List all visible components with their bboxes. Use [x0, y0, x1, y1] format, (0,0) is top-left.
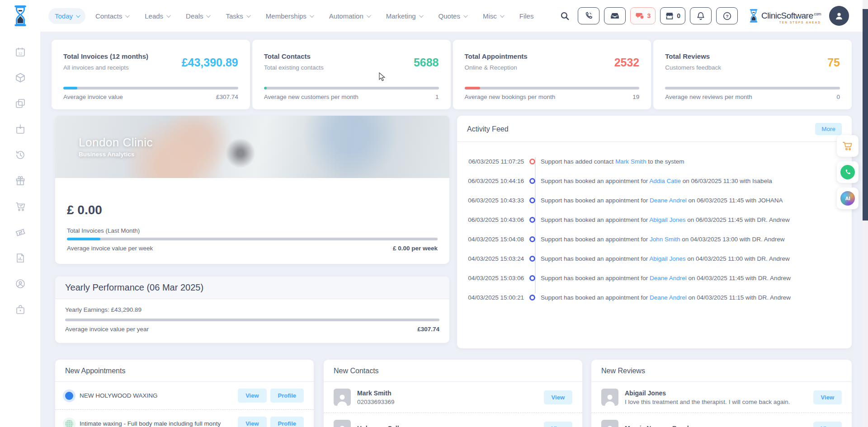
clinic-name: London Clinic [79, 136, 153, 150]
review-text: I love this treatment and the therapist.… [625, 399, 790, 405]
nav-label: Marketing [386, 12, 416, 20]
chevron-down-icon [246, 13, 251, 18]
contact-link[interactable]: Deane Andrel [650, 275, 687, 282]
view-button[interactable]: View [813, 422, 842, 427]
nav-item-leads[interactable]: Leads [138, 8, 176, 24]
contact-name: Unknown Caller [357, 425, 405, 427]
nav-item-memberships[interactable]: Memberships [259, 8, 319, 24]
contact-link[interactable]: Addia Catie [649, 178, 681, 184]
progress-bar [465, 87, 640, 89]
stat-card-total-invoices: Total Invoices (12 months) All invoices … [52, 40, 250, 109]
help-button[interactable]: ? [716, 7, 738, 24]
appointment-row: Intimate waxing - Full body male includi… [55, 409, 314, 427]
feed-timestamp: 04/03/2025 15:03:24 [457, 255, 524, 262]
left-sidebar: 12 [0, 32, 40, 427]
chat-notifications-button[interactable]: 3 [630, 7, 656, 24]
new-appointments-title: New Appointments [55, 360, 314, 382]
chat-bubbles-icon [635, 12, 644, 20]
contact-link[interactable]: Abigail Jones [649, 216, 685, 223]
phone-calls-button[interactable] [578, 7, 599, 24]
appointment-row: NEW HOLYWOOD WAXING View Profile [55, 382, 314, 409]
appointment-dot-icon [65, 392, 73, 400]
nav-item-marketing[interactable]: Marketing [380, 8, 429, 24]
cart-icon[interactable] [14, 201, 26, 212]
inbox-icon [610, 12, 619, 20]
feed-timestamp: 06/03/2025 10:43:33 [457, 197, 524, 204]
stat-footer-value: 19 [632, 94, 639, 100]
nav-item-misc[interactable]: Misc [476, 8, 509, 24]
top-navigation-bar: Today Contacts Leads Deals Tasks Members… [0, 0, 863, 32]
nav-item-today[interactable]: Today [48, 8, 85, 24]
feed-text: Support has booked an appointment for De… [541, 197, 783, 204]
view-button[interactable]: View [544, 422, 572, 427]
nav-label: Tasks [226, 12, 243, 20]
reviewer-avatar [601, 389, 618, 406]
brand-tld: .com [813, 11, 821, 16]
contact-link[interactable]: Mark Smith [615, 158, 646, 165]
progress-bar [65, 319, 439, 321]
timeline-ring-icon [529, 178, 535, 184]
chevron-down-icon [125, 13, 130, 18]
clinicsoftware-brand[interactable]: ClinicSoftware.com TEN STEPS AHEAD [749, 8, 821, 24]
nav-item-contacts[interactable]: Contacts [89, 8, 135, 24]
store-button[interactable]: 0 [660, 7, 685, 24]
report-icon[interactable] [14, 252, 26, 264]
nav-item-tasks[interactable]: Tasks [219, 8, 255, 24]
review-row: Marcia Navarro Brooks View [591, 413, 852, 427]
contact-link[interactable]: Abigail Jones [649, 255, 685, 262]
nav-item-automation[interactable]: Automation [323, 8, 376, 24]
notifications-button[interactable] [690, 7, 712, 24]
floating-whatsapp-button[interactable] [837, 161, 859, 183]
stat-card-total-reviews: Total Reviews Customers feedback 75 Aver… [653, 40, 852, 109]
view-button[interactable]: View [813, 390, 842, 404]
contact-link[interactable]: Deane Andrel [650, 294, 687, 301]
case-lock-icon[interactable] [14, 304, 26, 315]
activity-feed-card: Activity Feed More 06/03/2025 11:07:25 S… [457, 116, 852, 348]
nav-item-files[interactable]: Files [513, 8, 540, 24]
reviewer-name: Marcia Navarro Brooks [625, 425, 694, 427]
stat-subtitle: All invoices and receipts [63, 64, 148, 71]
profile-button[interactable]: Profile [270, 389, 304, 403]
timeline-ring-icon [529, 217, 535, 223]
chat-badge-count: 3 [647, 12, 651, 19]
user-avatar[interactable] [829, 6, 849, 26]
chevron-down-icon [310, 13, 314, 18]
floating-cart-button[interactable] [837, 135, 859, 157]
scrollbar-track[interactable] [863, 0, 868, 427]
history-icon[interactable] [14, 149, 26, 161]
stat-value: 5688 [414, 56, 439, 71]
avg-year-value: £307.74 [417, 326, 439, 333]
nav-item-deals[interactable]: Deals [179, 8, 216, 24]
stat-subtitle: Online & Reception [465, 64, 528, 71]
floating-ai-button[interactable]: AI [837, 188, 859, 209]
svg-text:12: 12 [18, 52, 22, 56]
voucher-icon[interactable] [14, 226, 26, 238]
app-logo[interactable] [0, 4, 40, 28]
chevron-down-icon [76, 13, 80, 18]
view-button[interactable]: View [238, 417, 266, 427]
copy-icon[interactable] [14, 98, 26, 109]
contact-link[interactable]: John Smith [650, 236, 680, 243]
calendar-icon[interactable]: 12 [14, 46, 26, 58]
feed-text: Support has booked an appointment for Jo… [541, 236, 785, 243]
calendar-download-icon[interactable] [14, 123, 26, 135]
view-button[interactable]: View [544, 390, 572, 404]
more-button[interactable]: More [815, 123, 842, 135]
profile-button[interactable]: Profile [270, 417, 304, 427]
contact-link[interactable]: Deane Andrel [650, 197, 687, 204]
chevron-down-icon [463, 13, 468, 18]
gift-icon[interactable] [14, 175, 26, 187]
support-icon[interactable] [14, 278, 26, 290]
reviewer-name: Abigail Jones [625, 389, 790, 397]
feed-timestamp: 06/03/2025 10:44:16 [457, 178, 524, 184]
feed-entry: 04/03/2025 15:04:08 Support has booked a… [457, 230, 852, 249]
stat-title: Total Invoices (12 months) [63, 52, 148, 60]
view-button[interactable]: View [238, 389, 266, 403]
nav-item-quotes[interactable]: Quotes [432, 8, 473, 24]
scrollbar-thumb[interactable] [863, 9, 868, 221]
search-icon[interactable] [560, 11, 570, 21]
feed-text: Support has booked an appointment for De… [541, 275, 791, 282]
cube-icon[interactable] [14, 72, 26, 84]
last-month-label: Total Invoices (Last Month) [67, 227, 438, 234]
inbox-button[interactable] [604, 7, 626, 24]
